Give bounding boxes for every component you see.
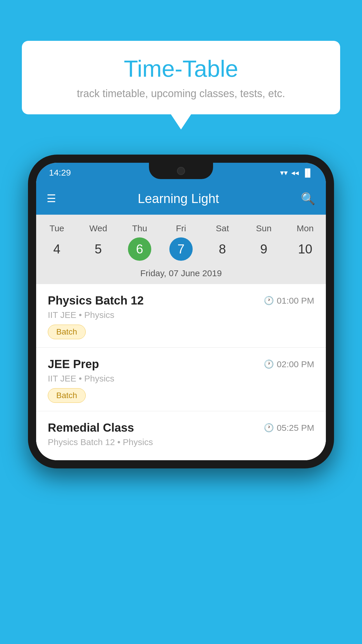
phone-notch xyxy=(149,163,213,179)
phone-screen: 14:29 ▾▾ ◂◂ ▐▌ ☰ Learning Light 🔍 Tue4We… xyxy=(36,163,326,460)
speech-bubble-container: Time-Table track timetable, upcoming cla… xyxy=(22,41,340,114)
item-time: 🕐 01:00 PM xyxy=(264,296,314,306)
schedule-item[interactable]: Physics Batch 12🕐 01:00 PMIIT JEE • Phys… xyxy=(36,284,326,348)
item-title: Remedial Class xyxy=(48,421,134,434)
phone-outer: 14:29 ▾▾ ◂◂ ▐▌ ☰ Learning Light 🔍 Tue4We… xyxy=(28,155,334,468)
day-number: 5 xyxy=(87,237,110,261)
item-time: 🕐 05:25 PM xyxy=(264,423,314,433)
signal-icon: ◂◂ xyxy=(291,168,299,177)
day-number: 9 xyxy=(252,237,275,261)
day-label: Fri xyxy=(176,223,186,233)
day-number: 8 xyxy=(211,237,234,261)
hamburger-icon[interactable]: ☰ xyxy=(47,192,56,205)
app-subtitle: track timetable, upcoming classes, tests… xyxy=(39,88,323,100)
day-label: Thu xyxy=(132,223,147,233)
clock-icon: 🕐 xyxy=(264,296,274,305)
batch-badge: Batch xyxy=(48,388,86,403)
app-title-heading: Time-Table xyxy=(39,55,323,82)
day-number: 6 xyxy=(128,237,151,261)
phone-wrapper: 14:29 ▾▾ ◂◂ ▐▌ ☰ Learning Light 🔍 Tue4We… xyxy=(28,155,334,468)
calendar-strip: Tue4Wed5Thu6Fri7Sat8Sun9Mon10 Friday, 07… xyxy=(36,215,326,284)
day-col-sat[interactable]: Sat8 xyxy=(203,223,241,261)
day-number: 10 xyxy=(294,237,317,261)
day-col-mon[interactable]: Mon10 xyxy=(286,223,324,261)
schedule-list: Physics Batch 12🕐 01:00 PMIIT JEE • Phys… xyxy=(36,284,326,460)
batch-badge: Batch xyxy=(48,325,86,339)
schedule-item-header: Physics Batch 12🕐 01:00 PM xyxy=(48,294,314,307)
day-label: Tue xyxy=(50,223,64,233)
day-number: 7 xyxy=(169,237,193,261)
schedule-item-header: Remedial Class🕐 05:25 PM xyxy=(48,421,314,434)
phone-camera xyxy=(177,167,185,175)
selected-date-label: Friday, 07 June 2019 xyxy=(36,264,326,284)
status-icons: ▾▾ ◂◂ ▐▌ xyxy=(280,168,313,177)
schedule-item[interactable]: JEE Prep🕐 02:00 PMIIT JEE • PhysicsBatch xyxy=(36,348,326,411)
item-title: Physics Batch 12 xyxy=(48,294,144,307)
item-subtitle: Physics Batch 12 • Physics xyxy=(48,437,314,447)
wifi-icon: ▾▾ xyxy=(280,168,288,177)
item-subtitle: IIT JEE • Physics xyxy=(48,374,314,384)
days-row: Tue4Wed5Thu6Fri7Sat8Sun9Mon10 xyxy=(36,220,326,264)
app-bar-title: Learning Light xyxy=(65,191,292,206)
day-col-thu[interactable]: Thu6 xyxy=(121,223,159,261)
clock-icon: 🕐 xyxy=(264,423,274,433)
schedule-item-header: JEE Prep🕐 02:00 PM xyxy=(48,358,314,371)
day-label: Wed xyxy=(89,223,107,233)
item-subtitle: IIT JEE • Physics xyxy=(48,310,314,320)
item-time: 🕐 02:00 PM xyxy=(264,359,314,369)
day-label: Sun xyxy=(256,223,271,233)
speech-bubble: Time-Table track timetable, upcoming cla… xyxy=(22,41,340,114)
day-number: 4 xyxy=(45,237,68,261)
day-col-wed[interactable]: Wed5 xyxy=(79,223,117,261)
item-title: JEE Prep xyxy=(48,358,99,371)
battery-icon: ▐▌ xyxy=(302,168,313,177)
day-col-tue[interactable]: Tue4 xyxy=(38,223,76,261)
search-icon[interactable]: 🔍 xyxy=(301,192,315,206)
day-col-fri[interactable]: Fri7 xyxy=(162,223,200,261)
day-col-sun[interactable]: Sun9 xyxy=(245,223,283,261)
day-label: Mon xyxy=(297,223,314,233)
app-bar: ☰ Learning Light 🔍 xyxy=(36,183,326,215)
clock-icon: 🕐 xyxy=(264,359,274,369)
day-label: Sat xyxy=(216,223,229,233)
status-time: 14:29 xyxy=(49,168,71,178)
schedule-item[interactable]: Remedial Class🕐 05:25 PMPhysics Batch 12… xyxy=(36,411,326,460)
